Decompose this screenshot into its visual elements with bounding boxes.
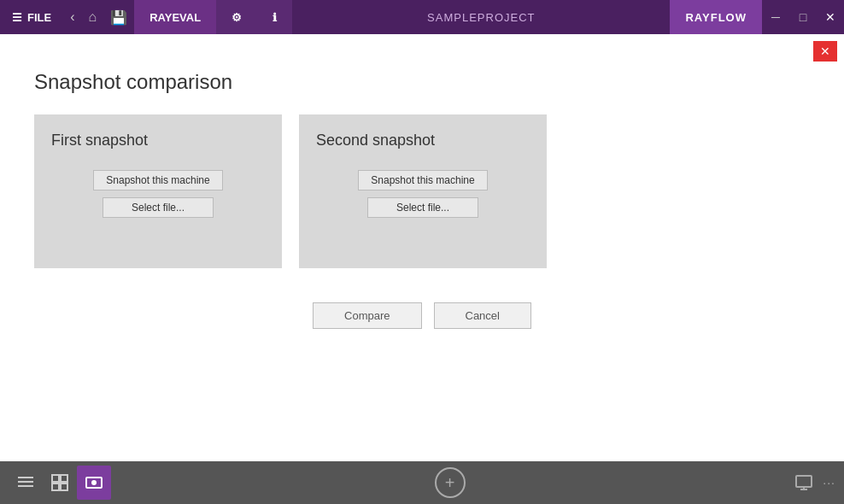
content-close-bar: ✕ bbox=[0, 34, 844, 62]
second-snapshot-panel: Second snapshot Snapshot this machine Se… bbox=[299, 114, 547, 268]
file-menu[interactable]: ☰ FILE bbox=[0, 0, 63, 34]
project-label: SAMPLEPROJECT bbox=[292, 11, 670, 24]
second-snapshot-machine-button[interactable]: Snapshot this machine bbox=[358, 170, 487, 190]
window-close-button[interactable]: ✕ bbox=[817, 0, 844, 34]
svg-rect-0 bbox=[18, 477, 33, 478]
restore-button[interactable]: □ bbox=[789, 0, 817, 34]
first-snapshot-machine-button[interactable]: Snapshot this machine bbox=[93, 170, 222, 190]
svg-rect-2 bbox=[18, 485, 33, 487]
action-row: Compare Cancel bbox=[34, 302, 810, 329]
bottom-bar: + ··· bbox=[0, 461, 844, 504]
second-snapshot-title: Second snapshot bbox=[316, 132, 530, 149]
bottom-right: ··· bbox=[788, 467, 835, 498]
more-options-button[interactable]: ··· bbox=[823, 476, 835, 489]
svg-point-8 bbox=[91, 480, 97, 485]
tab-settings[interactable]: ⚙ bbox=[216, 0, 257, 34]
second-snapshot-buttons: Snapshot this machine Select file... bbox=[316, 170, 530, 218]
back-button[interactable]: ‹ bbox=[63, 0, 81, 34]
hamburger-icon: ☰ bbox=[12, 11, 22, 24]
svg-rect-9 bbox=[796, 476, 812, 487]
save-button[interactable]: 💾 bbox=[103, 0, 134, 34]
svg-rect-5 bbox=[52, 483, 59, 490]
add-button[interactable]: + bbox=[435, 467, 466, 498]
svg-rect-6 bbox=[61, 483, 67, 490]
settings-icon: ⚙ bbox=[232, 11, 242, 24]
svg-rect-4 bbox=[61, 475, 67, 482]
first-snapshot-title: First snapshot bbox=[51, 132, 265, 149]
minimize-button[interactable]: ─ bbox=[762, 0, 789, 34]
bottom-monitor-icon[interactable] bbox=[788, 467, 819, 498]
home-button[interactable]: ⌂ bbox=[82, 0, 104, 34]
snapshot-row: First snapshot Snapshot this machine Sel… bbox=[34, 114, 810, 268]
brand-label: RAYFLOW bbox=[670, 0, 762, 34]
top-bar: ☰ FILE ‹ ⌂ 💾 RAYEVAL ⚙ ℹ SAMPLEPROJECT R… bbox=[0, 0, 844, 34]
content-close-button[interactable]: ✕ bbox=[813, 41, 837, 62]
second-snapshot-file-button[interactable]: Select file... bbox=[367, 197, 478, 218]
svg-rect-3 bbox=[52, 475, 59, 482]
tab-rayeval-label: RAYEVAL bbox=[149, 11, 201, 24]
main-content: Snapshot comparison First snapshot Snaps… bbox=[0, 62, 844, 461]
content-wrapper: ✕ Snapshot comparison First snapshot Sna… bbox=[0, 34, 844, 461]
cancel-button[interactable]: Cancel bbox=[434, 302, 531, 329]
tab-info[interactable]: ℹ bbox=[257, 0, 292, 34]
tab-rayeval[interactable]: RAYEVAL bbox=[134, 0, 216, 34]
page-title: Snapshot comparison bbox=[34, 70, 810, 94]
first-snapshot-file-button[interactable]: Select file... bbox=[103, 197, 214, 218]
svg-rect-1 bbox=[18, 481, 33, 483]
info-icon: ℹ bbox=[273, 11, 277, 24]
compare-button[interactable]: Compare bbox=[313, 302, 421, 329]
bottom-icon-snapshot-active[interactable] bbox=[77, 466, 111, 500]
first-snapshot-panel: First snapshot Snapshot this machine Sel… bbox=[34, 114, 282, 268]
bottom-icon-view[interactable] bbox=[43, 466, 77, 500]
file-label: FILE bbox=[27, 11, 51, 24]
bottom-icon-list[interactable] bbox=[9, 466, 43, 500]
first-snapshot-buttons: Snapshot this machine Select file... bbox=[51, 170, 265, 218]
bottom-center: + bbox=[111, 467, 788, 498]
